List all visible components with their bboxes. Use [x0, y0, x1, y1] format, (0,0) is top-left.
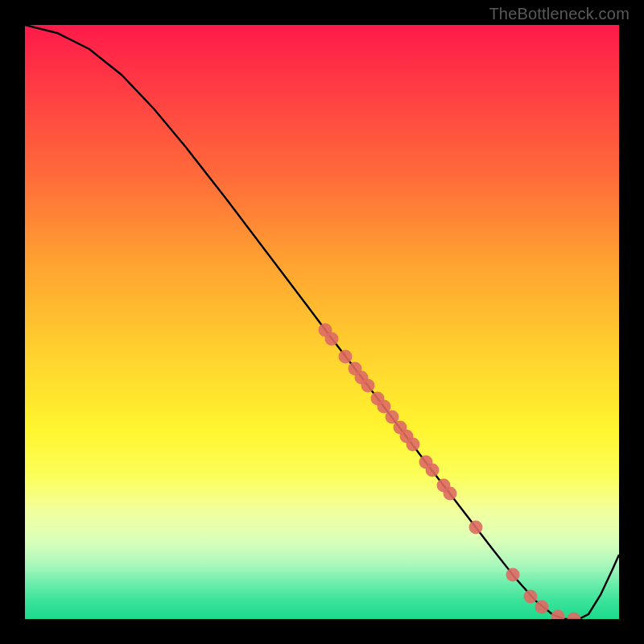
data-point	[535, 601, 549, 614]
data-point	[568, 613, 581, 620]
chart-svg	[25, 25, 619, 619]
data-point	[506, 568, 520, 582]
data-point	[469, 521, 483, 535]
data-point	[551, 610, 565, 620]
data-point	[361, 379, 375, 393]
chart-plot-area	[25, 25, 619, 619]
curve-line	[25, 25, 619, 619]
data-point	[339, 350, 353, 364]
data-point	[407, 438, 420, 452]
data-point	[325, 332, 339, 346]
watermark-text: TheBottleneck.com	[489, 5, 630, 23]
data-point	[524, 590, 538, 604]
data-point	[444, 487, 457, 501]
bottleneck-curve	[25, 25, 619, 619]
data-point	[426, 464, 440, 477]
data-points	[319, 324, 581, 620]
